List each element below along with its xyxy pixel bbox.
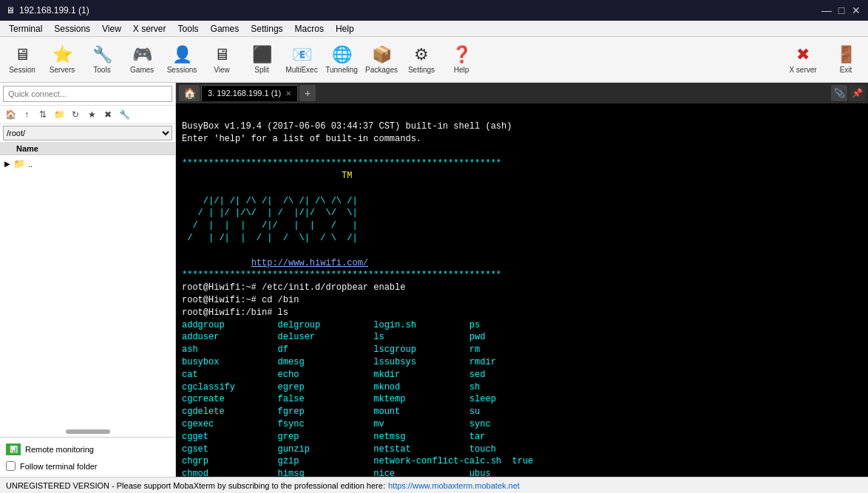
sidebar-delete-icon[interactable]: ✖ [101, 107, 115, 122]
terminal-content[interactable]: BusyBox v1.19.4 (2017-06-06 03:44:37 CST… [176, 103, 868, 477]
pin-button[interactable]: 📌 [849, 85, 865, 101]
exit-label: Exit [840, 66, 852, 74]
multiexec-label: MultiExec [285, 66, 317, 74]
app-icon: 🖥 [6, 5, 15, 16]
servers-label: Servers [50, 66, 75, 74]
tree-item-label: .. [28, 160, 33, 169]
sidebar-new-folder-icon[interactable]: 📁 [52, 107, 67, 122]
sidebar-refresh-icon[interactable]: ↻ [68, 107, 83, 122]
games-icon: 🎮 [132, 45, 152, 64]
tree-header-name: Name [16, 144, 38, 153]
attach-button[interactable]: 📎 [831, 85, 847, 101]
terminal-tab-label: 3. 192.168.199.1 (1) [208, 89, 281, 98]
menu-sessions[interactable]: Sessions [48, 22, 96, 35]
xserver-label: X server [789, 66, 816, 74]
tree-item-parent[interactable]: ▶ 📁 .. [1, 157, 174, 171]
remote-monitoring-label: Remote monitoring [25, 445, 94, 454]
exit-icon: 🚪 [836, 45, 856, 64]
sessions-icon: 👤 [172, 45, 192, 64]
follow-terminal-checkbox[interactable] [6, 461, 16, 471]
path-selector[interactable]: /root/ [3, 126, 172, 140]
status-text: UNREGISTERED VERSION - Please support Mo… [6, 481, 385, 490]
multiexec-button[interactable]: 📧 MultiExec [282, 39, 321, 81]
sessions-button[interactable]: 👤 Sessions [163, 39, 201, 81]
menu-view[interactable]: View [96, 22, 127, 35]
tunneling-button[interactable]: 🌐 Tunneling [322, 39, 361, 81]
xserver-icon: ✖ [796, 45, 810, 64]
menu-settings[interactable]: Settings [245, 22, 288, 35]
folder-icon: 📁 [13, 158, 25, 169]
sidebar-star-icon[interactable]: ★ [84, 107, 99, 122]
tree-expand-icon: ▶ [4, 160, 10, 168]
tools-icon: 🔧 [92, 45, 112, 64]
settings-label: Settings [408, 66, 435, 74]
packages-icon: 📦 [372, 45, 392, 64]
menu-macros[interactable]: Macros [289, 22, 330, 35]
window-controls: — □ ✕ [821, 4, 862, 16]
sidebar-path-area: /root/ [0, 124, 175, 143]
settings-button[interactable]: ⚙ Settings [402, 39, 441, 81]
servers-button[interactable]: ⭐ Servers [43, 39, 81, 81]
close-button[interactable]: ✕ [850, 4, 862, 16]
sidebar-up-icon[interactable]: ↑ [19, 107, 34, 122]
terminal-add-tab-button[interactable]: + [299, 85, 316, 101]
view-label: View [214, 66, 230, 74]
terminal-area: 🏠 3. 192.168.199.1 (1) ✕ + 📎 📌 BusyBox v… [176, 83, 868, 477]
status-link[interactable]: https://www.mobaxterm.mobatek.net [388, 481, 520, 490]
help-icon: ❓ [452, 45, 472, 64]
terminal-tab-1[interactable]: 3. 192.168.199.1 (1) ✕ [201, 85, 298, 101]
multiexec-icon: 📧 [292, 45, 312, 64]
servers-icon: ⭐ [52, 45, 72, 64]
split-label: Split [254, 66, 268, 74]
help-button[interactable]: ❓ Help [442, 39, 481, 81]
search-input[interactable] [3, 86, 172, 102]
menu-tools[interactable]: Tools [172, 22, 205, 35]
tools-button[interactable]: 🔧 Tools [83, 39, 121, 81]
maximize-button[interactable]: □ [835, 4, 847, 16]
sidebar-sort-icon[interactable]: ⇅ [35, 107, 50, 122]
remote-monitoring-button[interactable]: 📊 Remote monitoring [3, 441, 172, 458]
sessions-label: Sessions [167, 66, 197, 74]
games-label: Games [130, 66, 154, 74]
sidebar: 🏠 ↑ ⇅ 📁 ↻ ★ ✖ 🔧 /root/ Name ▶ 📁 .. [0, 83, 176, 477]
menu-games[interactable]: Games [205, 22, 245, 35]
toolbar: 🖥 Session ⭐ Servers 🔧 Tools 🎮 Games 👤 Se… [0, 37, 868, 83]
sidebar-toolbar: 🏠 ↑ ⇅ 📁 ↻ ★ ✖ 🔧 [0, 106, 175, 124]
menu-bar: Terminal Sessions View X server Tools Ga… [0, 21, 868, 37]
tree-header-row: Name [0, 143, 175, 155]
view-icon: 🖥 [214, 45, 230, 64]
games-button[interactable]: 🎮 Games [123, 39, 161, 81]
settings-icon: ⚙ [414, 45, 429, 64]
follow-terminal-area: Follow terminal folder [3, 458, 172, 474]
view-button[interactable]: 🖥 View [203, 39, 241, 81]
terminal-tab-close-icon[interactable]: ✕ [285, 89, 291, 98]
sidebar-tree[interactable]: ▶ 📁 .. [0, 155, 175, 426]
window-title: 192.168.199.1 (1) [19, 5, 89, 16]
minimize-button[interactable]: — [821, 4, 833, 16]
exit-button[interactable]: 🚪 Exit [827, 39, 865, 81]
session-button[interactable]: 🖥 Session [3, 39, 41, 81]
sidebar-search-area [0, 83, 175, 106]
follow-terminal-label: Follow terminal folder [20, 462, 98, 471]
terminal-home-tab[interactable]: 🏠 [179, 85, 200, 101]
packages-label: Packages [365, 66, 398, 74]
menu-help[interactable]: Help [330, 22, 360, 35]
sidebar-home-icon[interactable]: 🏠 [3, 107, 18, 122]
sidebar-wrench-icon[interactable]: 🔧 [117, 107, 132, 122]
packages-button[interactable]: 📦 Packages [362, 39, 401, 81]
title-bar: 🖥 192.168.199.1 (1) — □ ✕ [0, 0, 868, 21]
sidebar-scrollbar[interactable] [66, 429, 110, 434]
sidebar-scrollbar-area [0, 426, 175, 437]
menu-terminal[interactable]: Terminal [3, 22, 48, 35]
menu-xserver[interactable]: X server [127, 22, 172, 35]
tools-label: Tools [93, 66, 110, 74]
split-button[interactable]: ⬛ Split [243, 39, 281, 81]
help-label: Help [454, 66, 469, 74]
terminal-tabs: 🏠 3. 192.168.199.1 (1) ✕ + 📎 📌 [176, 83, 868, 103]
xserver-button[interactable]: ✖ X server [781, 39, 825, 81]
sidebar-actions: 📊 Remote monitoring Follow terminal fold… [0, 437, 175, 477]
tunneling-icon: 🌐 [332, 45, 352, 64]
monitor-icon: 📊 [6, 443, 21, 455]
tunneling-label: Tunneling [325, 66, 358, 74]
main-layout: 🏠 ↑ ⇅ 📁 ↻ ★ ✖ 🔧 /root/ Name ▶ 📁 .. [0, 83, 868, 477]
